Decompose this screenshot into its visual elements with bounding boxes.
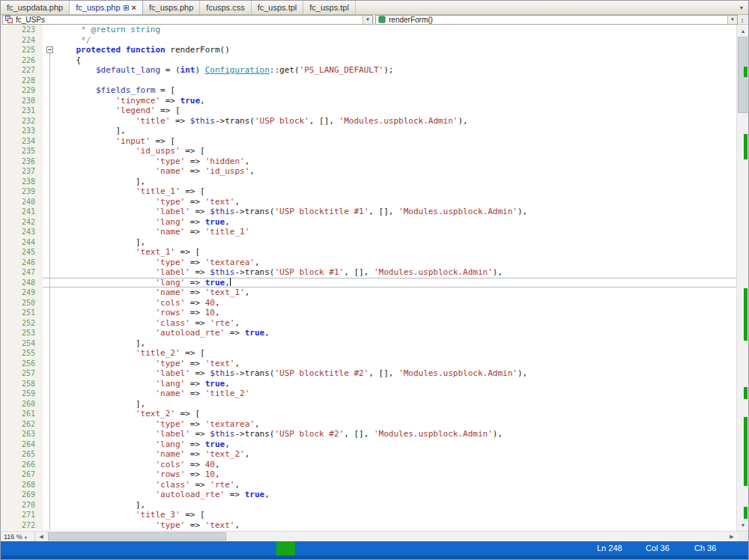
status-bar-strip: Ln 248 Col 36 Ch 36	[1, 541, 749, 556]
tab-fc_usps.php[interactable]: fc_usps.php	[143, 1, 200, 14]
horizontal-scrollbar-thumb[interactable]	[48, 532, 226, 541]
class-selector[interactable]: fc_USPs ▼	[2, 15, 373, 25]
code-text: 'title_2' => [	[43, 348, 738, 359]
code-line-230: 230 'tinymce' => true,	[1, 96, 738, 106]
line-number: 227	[1, 65, 43, 76]
line-number: 242	[1, 217, 43, 228]
tab-fc_usps.tpl[interactable]: fc_usps.tpl	[252, 1, 304, 14]
code-line-226: 226 {	[1, 55, 738, 66]
tab-fc_usps.tpl[interactable]: fc_usps.tpl	[303, 1, 356, 14]
close-tab-icon[interactable]: ×	[132, 4, 136, 12]
tab-fc_usps.php[interactable]: fc_usps.php×	[70, 1, 143, 14]
code-line-254: 254 ],	[1, 338, 738, 349]
code-line-224: 224 */	[1, 35, 738, 46]
scroll-down-icon[interactable]: ▼	[737, 519, 749, 531]
code-line-249: 249 'name' => 'text_1',	[1, 287, 738, 298]
code-text: 'autoload_rte' => true,	[43, 490, 738, 500]
tab-label: fc_usps.tpl	[309, 3, 349, 12]
line-number: 238	[1, 177, 43, 187]
line-number: 245	[1, 247, 43, 258]
code-line-258: 258 'lang' => true,	[1, 379, 738, 389]
code-line-241: 241 'label' => $this->trans('USP blockti…	[1, 207, 738, 217]
code-text: ],	[43, 399, 738, 410]
code-line-270: 270 ],	[1, 500, 738, 511]
code-line-259: 259 'name' => 'title_2'	[1, 389, 738, 399]
navigator-bar: fc_USPs ▼ renderForm() ▼	[1, 15, 749, 25]
zoom-dropdown-icon[interactable]: ▾	[25, 535, 27, 540]
code-text: * @return string	[43, 25, 738, 35]
scroll-up-icon[interactable]: ▲	[737, 25, 749, 37]
code-editor[interactable]: 223 * @return string224 */225 protected …	[1, 25, 738, 531]
code-line-231: 231 'legend' => [	[1, 106, 738, 116]
line-number: 237	[1, 166, 43, 177]
tab-fcusps.css[interactable]: fcusps.css	[200, 1, 251, 14]
status-bar: Ln 248 Col 36 Ch 36	[1, 541, 749, 560]
code-text: 'label' => $this->trans('USP block #1', …	[43, 267, 738, 278]
tab-label: fc_uspdata.php	[7, 3, 63, 12]
line-number: 261	[1, 409, 43, 419]
line-number: 254	[1, 338, 43, 349]
code-line-266: 266 'cols' => 40,	[1, 460, 738, 470]
line-number: 256	[1, 359, 43, 369]
line-number: 225	[1, 45, 43, 55]
code-text: 'rows' => 10,	[43, 469, 738, 480]
code-line-269: 269 'autoload_rte' => true,	[1, 490, 738, 500]
code-text: 'autoload_rte' => true,	[43, 328, 738, 338]
code-text: ],	[43, 237, 738, 248]
chevron-down-icon[interactable]: ▼	[363, 16, 372, 24]
vertical-scrollbar[interactable]: ▲ ▼	[736, 25, 748, 531]
code-text: 'name' => 'title_2'	[43, 389, 738, 399]
line-number: 271	[1, 510, 43, 520]
line-number: 230	[1, 96, 43, 106]
code-line-263: 263 'label' => $this->trans('USP block #…	[1, 429, 738, 439]
change-marker	[744, 67, 748, 77]
code-text: 'name' => 'id_usps',	[43, 166, 738, 177]
line-number: 234	[1, 136, 43, 147]
code-text: 'class' => 'rte',	[43, 318, 738, 329]
code-line-257: 257 'label' => $this->trans('USP blockti…	[1, 368, 738, 379]
code-text: 'label' => $this->trans('USP blocktitle …	[43, 368, 738, 379]
line-number: 250	[1, 298, 43, 308]
code-text: ],	[43, 500, 738, 511]
code-text: 'title' => $this->trans('USP block', [],…	[43, 116, 738, 127]
code-line-252: 252 'class' => 'rte',	[1, 318, 738, 329]
scroll-right-icon[interactable]: ▶	[726, 532, 738, 542]
pin-icon[interactable]	[124, 5, 129, 10]
code-line-248: 248 'lang' => true,	[1, 278, 738, 288]
tab-label: fc_usps.php	[149, 3, 193, 12]
code-text: 'label' => $this->trans('USP blocktitle …	[43, 207, 738, 217]
line-number: 239	[1, 186, 43, 197]
scrollbar-corner	[738, 532, 749, 542]
line-number: 223	[1, 25, 43, 35]
line-number: 267	[1, 469, 43, 480]
change-marker	[744, 387, 748, 399]
code-line-255: 255 'title_2' => [	[1, 348, 738, 359]
code-line-267: 267 'rows' => 10,	[1, 469, 738, 480]
fold-collapse-icon[interactable]	[46, 46, 53, 53]
horizontal-scroll-row: 116 % ▾ ◀ ▶	[1, 531, 749, 541]
code-line-225: 225 protected function renderForm()	[1, 45, 738, 55]
code-line-240: 240 'type' => 'text',	[1, 197, 738, 207]
line-number: 228	[1, 76, 43, 86]
line-number: 260	[1, 399, 43, 410]
code-line-245: 245 'text_1' => [	[1, 247, 738, 258]
code-text: 'text_2' => [	[43, 409, 738, 419]
zoom-control[interactable]: 116 % ▾	[1, 532, 35, 542]
sort-members-icon[interactable]: ↕	[738, 16, 747, 24]
code-text: 'input' => [	[43, 136, 738, 147]
code-line-232: 232 'title' => $this->trans('USP block',…	[1, 116, 738, 127]
code-line-265: 265 'name' => 'text_2',	[1, 449, 738, 460]
tab-list-dropdown-icon[interactable]: ▼	[736, 1, 747, 14]
chevron-down-icon[interactable]: ▼	[727, 16, 737, 24]
code-text: 'name' => 'title_1'	[43, 227, 738, 237]
member-selector[interactable]: renderForm() ▼	[375, 15, 738, 25]
change-marker	[744, 134, 748, 159]
code-line-262: 262 'type' => 'textarea',	[1, 419, 738, 430]
code-text: ],	[43, 338, 738, 349]
line-number: 253	[1, 328, 43, 338]
code-text: 'legend' => [	[43, 106, 738, 116]
scroll-left-icon[interactable]: ◀	[35, 532, 47, 542]
code-text: 'lang' => true,	[43, 379, 738, 389]
tab-fc_uspdata.php[interactable]: fc_uspdata.php	[1, 1, 70, 14]
status-line: Ln 248	[597, 541, 622, 556]
